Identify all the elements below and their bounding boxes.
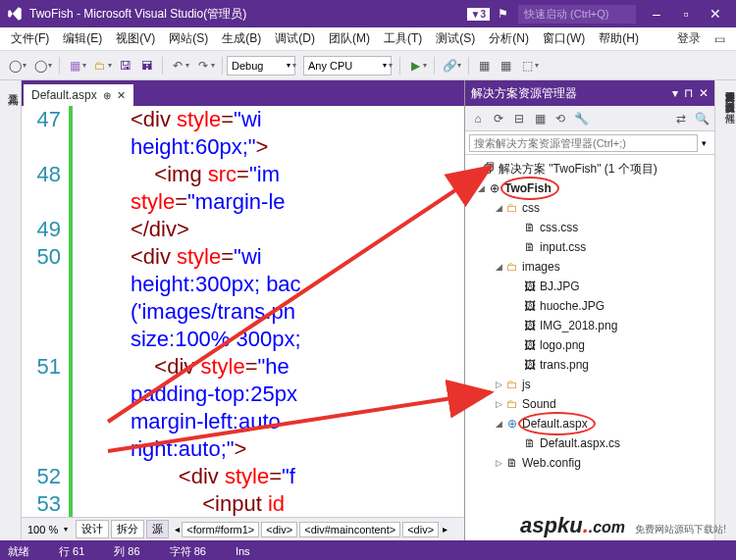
menu-team[interactable]: 团队(M) <box>322 27 377 50</box>
editor-bottom-bar: 100 %▾ 设计 拆分 源 ◂ <form#form1> <div> <div… <box>22 517 464 540</box>
menu-test[interactable]: 测试(S) <box>429 27 482 50</box>
project-twofish[interactable]: TwoFish <box>504 178 552 198</box>
main-toolbar: ◯▾ ◯▾ ▦▾ 🗀▾ 🖫 🖬 ↶▾ ↷▾ Debug▾ ▾ Any CPU▾ … <box>0 51 736 80</box>
source-view-button[interactable]: 源 <box>146 520 169 538</box>
file-css-css[interactable]: css.css <box>540 218 578 237</box>
pin-icon[interactable]: ⊓ <box>684 86 693 100</box>
file-default-aspx[interactable]: Default.aspx <box>522 414 588 433</box>
panel-title: 解决方案资源管理器 <box>471 85 577 102</box>
solution-toolbar: ⌂ ⟳ ⊟ ▦ ⟲ 🔧 ⇄ 🔍 <box>465 106 714 131</box>
quick-launch-input[interactable]: 快速启动 (Ctrl+Q) <box>518 5 636 24</box>
menu-build[interactable]: 生成(B) <box>215 27 268 50</box>
status-col: 列 86 <box>114 544 139 559</box>
menu-debug[interactable]: 调试(D) <box>268 27 322 50</box>
notification-badge[interactable]: ▼3 <box>467 8 490 21</box>
folder-css[interactable]: css <box>522 198 540 218</box>
search-dropdown-icon[interactable]: ▾ <box>698 138 710 148</box>
menu-edit[interactable]: 编辑(E) <box>56 27 109 50</box>
folder-js[interactable]: js <box>522 375 531 394</box>
editor-area: Default.aspx ⊕ ✕ 47484950515253 <div sty… <box>22 80 464 540</box>
tab-default-aspx[interactable]: Default.aspx ⊕ ✕ <box>24 84 133 106</box>
file-img2018-png[interactable]: IMG_2018.png <box>540 316 617 335</box>
solution-tree[interactable]: 🗐解决方案 "TwoFish" (1 个项目) ◢⊕TwoFish ◢🗀css … <box>465 155 714 540</box>
design-view-button[interactable]: 设计 <box>76 520 109 538</box>
menu-site[interactable]: 网站(S) <box>162 27 215 50</box>
file-default-aspx-cs[interactable]: Default.aspx.cs <box>540 433 620 453</box>
status-ins: Ins <box>236 545 250 557</box>
feedback-icon[interactable]: ⚑ <box>498 7 508 21</box>
crumb-div1[interactable]: <div> <box>261 522 297 537</box>
crumb-maincontent[interactable]: <div#maincontent> <box>299 522 400 537</box>
close-button[interactable]: ✕ <box>701 6 730 22</box>
solution-search-input[interactable] <box>469 134 698 152</box>
pinned-icon[interactable]: ⊕ <box>103 90 111 101</box>
save-all-button[interactable]: 🖬 <box>136 55 158 76</box>
tool-btn-1[interactable]: ▦ <box>473 55 495 76</box>
home-icon[interactable]: ⌂ <box>469 110 487 127</box>
right-side-tabs[interactable]: 解决方案资源管理器 团队资源管理器 属性 <box>714 80 736 540</box>
user-icon[interactable]: ▭ <box>708 29 732 49</box>
properties-icon[interactable]: 🔧 <box>572 110 590 127</box>
file-trans-png[interactable]: trans.png <box>540 355 589 375</box>
close-tab-icon[interactable]: ✕ <box>117 89 126 102</box>
file-web-config[interactable]: Web.config <box>522 453 581 473</box>
minimize-button[interactable]: – <box>642 6 671 22</box>
crumb-form[interactable]: <form#form1> <box>182 522 259 537</box>
close-panel-icon[interactable]: ✕ <box>699 86 709 100</box>
menu-help[interactable]: 帮助(H) <box>592 27 646 50</box>
menu-window[interactable]: 窗口(W) <box>536 27 592 50</box>
sync-icon[interactable]: ⟳ <box>490 110 507 127</box>
save-button[interactable]: 🖫 <box>115 55 136 76</box>
config-combo[interactable]: Debug▾ <box>227 56 295 76</box>
split-view-button[interactable]: 拆分 <box>111 520 144 538</box>
filter-icon[interactable]: ⇄ <box>672 110 690 127</box>
menu-analyze[interactable]: 分析(N) <box>482 27 536 50</box>
menu-view[interactable]: 视图(V) <box>109 27 162 50</box>
watermark: aspku..com 免费网站源码下载站! <box>520 513 726 538</box>
code-editor[interactable]: 47484950515253 <div style="wi height:60p… <box>22 106 464 517</box>
menu-tools[interactable]: 工具(T) <box>377 27 429 50</box>
collapse-icon[interactable]: ⊟ <box>510 110 528 127</box>
solution-search: ▾ <box>465 131 714 155</box>
status-line: 行 61 <box>59 544 84 559</box>
crumb-div2[interactable]: <div> <box>402 522 439 537</box>
line-gutter: 47484950515253 <box>22 106 73 517</box>
file-bj-jpg[interactable]: BJ.JPG <box>540 277 580 296</box>
status-char: 字符 86 <box>170 544 206 559</box>
platform-combo[interactable]: Any CPU▾ <box>303 56 392 76</box>
tab-label: Default.aspx <box>31 88 97 102</box>
view-icon[interactable]: 🔍 <box>693 110 710 127</box>
maximize-button[interactable]: ▫ <box>671 6 701 22</box>
folder-images[interactable]: images <box>522 257 560 277</box>
solution-explorer-title: 解决方案资源管理器 ▾⊓✕ <box>465 80 714 106</box>
folder-sound[interactable]: Sound <box>522 394 556 414</box>
show-all-icon[interactable]: ▦ <box>531 110 549 127</box>
vs-logo-icon <box>6 5 24 23</box>
window-title: TwoFish - Microsoft Visual Studio(管理员) <box>29 6 463 23</box>
zoom-combo[interactable]: 100 % <box>22 524 64 535</box>
panel-menu-icon[interactable]: ▾ <box>672 86 678 100</box>
file-huoche-jpg[interactable]: huoche.JPG <box>540 296 605 316</box>
solution-root[interactable]: 解决方案 "TwoFish" (1 个项目) <box>499 159 657 178</box>
refresh-icon[interactable]: ⟲ <box>552 110 569 127</box>
status-ready: 就绪 <box>8 544 29 559</box>
status-bar: 就绪 行 61 列 86 字符 86 Ins <box>0 540 736 560</box>
login-button[interactable]: 登录 <box>670 27 708 50</box>
file-logo-png[interactable]: logo.png <box>540 335 585 355</box>
title-bar: TwoFish - Microsoft Visual Studio(管理员) ▼… <box>0 0 736 27</box>
file-input-css[interactable]: input.css <box>540 237 586 257</box>
document-tabs: Default.aspx ⊕ ✕ <box>22 80 464 106</box>
solution-explorer: 解决方案资源管理器 ▾⊓✕ ⌂ ⟳ ⊟ ▦ ⟲ 🔧 ⇄ 🔍 ▾ 🗐解决方案 "T… <box>464 80 714 540</box>
menu-file[interactable]: 文件(F) <box>4 27 56 50</box>
tool-btn-2[interactable]: ▦ <box>495 55 516 76</box>
menu-bar: 文件(F) 编辑(E) 视图(V) 网站(S) 生成(B) 调试(D) 团队(M… <box>0 27 736 51</box>
toolbox-panel-tab[interactable]: 工具箱 <box>0 80 22 540</box>
code-content[interactable]: <div style="wi height:60px;"> <img src="… <box>73 106 464 517</box>
